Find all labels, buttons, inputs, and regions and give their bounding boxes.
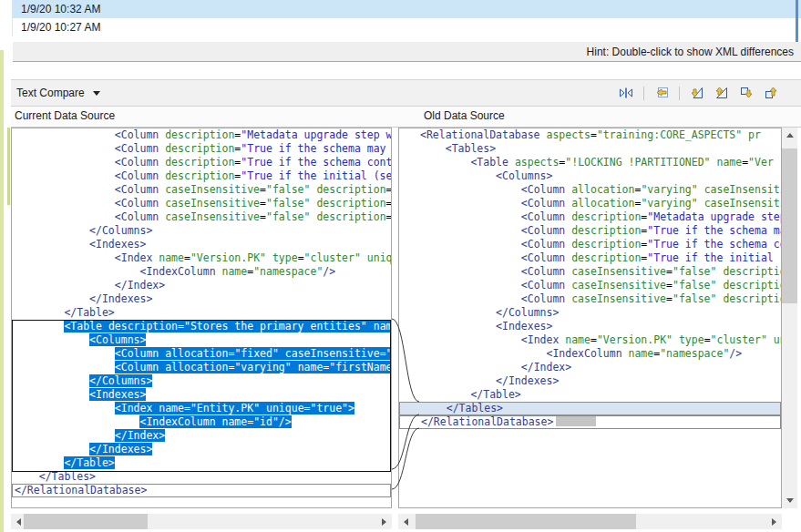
code-line: <Indexes>: [12, 238, 391, 251]
code-line: </Columns>: [12, 224, 391, 238]
toolbar-separator: [643, 87, 644, 100]
right-horizontal-scrollbar[interactable]: [398, 514, 782, 529]
code-line: <Indexes>: [399, 320, 781, 333]
next-change-icon: [739, 86, 754, 100]
code-line: <Index name="Version.PK" type="cluster" …: [12, 251, 391, 265]
code-line: </Index>: [399, 361, 781, 374]
hint-bar: Hint: Double-click to show XML differenc…: [13, 42, 801, 62]
arrow-right-icon: [772, 518, 776, 526]
code-line: <Indexes>: [12, 388, 391, 402]
code-line: </Columns>: [12, 374, 391, 388]
vertical-scrollbar[interactable]: [782, 128, 797, 508]
viewer-dropdown[interactable]: Text Compare: [11, 87, 109, 99]
code-line: </Indexes>: [12, 292, 391, 306]
previous-difference-icon: [714, 86, 729, 100]
code-line: <Column description="True if the schema …: [399, 238, 781, 251]
scroll-left-button[interactable]: [398, 514, 414, 529]
compare-toolbar: Text Compare: [11, 79, 801, 107]
code-line: <Column description="True if the schema …: [12, 142, 391, 156]
code-line: <Column description="True if the schema …: [12, 156, 391, 169]
code-line: <Column allocation="fixed" caseInsensiti…: [12, 347, 391, 361]
chevron-down-icon: [93, 91, 100, 96]
code-line: </Table>: [12, 306, 391, 320]
scroll-down-button[interactable]: [782, 493, 797, 508]
code-line: <Table description="Stores the primary e…: [12, 320, 391, 333]
code-line: </RelationalDatabase>: [399, 415, 781, 429]
code-line: </Tables>: [12, 470, 391, 484]
code-line: <Column caseInsensitive="false" descript…: [12, 210, 391, 224]
code-line: <IndexColumn name="namespace"/>: [399, 347, 781, 361]
code-line: </Indexes>: [12, 443, 391, 456]
toolbar-separator: [679, 87, 680, 100]
code-line: <Column caseInsensitive="false" descript…: [399, 265, 781, 279]
next-change-button[interactable]: [736, 83, 756, 103]
code-line: <Tables>: [399, 142, 781, 156]
code-line: <Column description="Metadata upgrade st…: [12, 128, 391, 142]
pane-headers: Current Data Source Old Data Source: [11, 107, 801, 128]
copy-change-right-to-left-button[interactable]: [652, 83, 672, 103]
history-row[interactable]: 1/9/20 10:32 AM: [13, 0, 801, 18]
code-line: </Index>: [12, 429, 391, 443]
copy-change-right-to-left-icon: [654, 86, 669, 100]
code-line: <Column description="True if the schema …: [399, 224, 781, 238]
code-line: <IndexColumn name="id"/>: [12, 415, 391, 429]
scroll-right-button[interactable]: [376, 514, 392, 529]
swap-left-and-right-button[interactable]: [616, 83, 636, 103]
code-line: <Column caseInsensitive="false" descript…: [399, 279, 781, 292]
code-line: <Column caseInsensitive="false" descript…: [399, 292, 781, 306]
left-horizontal-scrollbar[interactable]: [11, 514, 392, 529]
previous-change-button[interactable]: [761, 83, 781, 103]
arrow-left-icon: [404, 518, 408, 526]
scroll-right-button[interactable]: [766, 514, 782, 529]
left-pane-title: Current Data Source: [15, 109, 115, 122]
code-line: <Columns>: [399, 169, 781, 183]
code-line: <Column allocation="varying" caseInsensi…: [399, 197, 781, 210]
change-annotation-strip: [7, 128, 10, 205]
history-list: 1/9/20 10:32 AM1/9/20 10:27 AM: [12, 0, 801, 36]
code-line: </Table>: [12, 456, 391, 470]
code-line: <Column allocation="varying" name="first…: [12, 361, 391, 374]
viewer-dropdown-label: Text Compare: [16, 87, 85, 99]
scroll-up-button[interactable]: [782, 128, 797, 143]
code-line: </RelationalDatabase>: [12, 484, 391, 497]
toolbar-icons: [616, 83, 781, 103]
right-pane-title: Old Data Source: [424, 109, 505, 122]
code-line: <Column description="True if the initial…: [399, 251, 781, 265]
code-line: </Table>: [399, 388, 781, 402]
left-code-pane[interactable]: <Column description="Metadata upgrade st…: [11, 128, 392, 508]
previous-change-icon: [764, 86, 778, 100]
left-horizontal-scroll-thumb[interactable]: [24, 514, 148, 529]
arrow-down-icon: [786, 498, 794, 503]
code-line: </Tables>: [399, 402, 781, 415]
code-line: <Column description="Metadata upgrade st…: [399, 210, 781, 224]
code-line: <RelationalDatabase aspects="training:CO…: [399, 128, 781, 142]
code-line: <Table aspects="!LOCKING !PARTITIONED" n…: [399, 156, 781, 169]
code-line: <Column caseInsensitive="false" descript…: [12, 197, 391, 210]
empty-range-marker: [556, 416, 596, 426]
arrow-right-icon: [382, 518, 386, 526]
code-line: <Index name="Version.PK" type="cluster" …: [399, 333, 781, 347]
code-line: </Index>: [12, 279, 391, 292]
code-line: <Column description="True if the initial…: [12, 169, 391, 183]
code-line: <Column caseInsensitive="false" descript…: [12, 183, 391, 197]
code-line: <Index name="Entity.PK" unique="true">: [12, 402, 391, 415]
structure-pane-scroll-thumb[interactable]: [796, 0, 798, 42]
arrow-left-icon: [16, 518, 21, 526]
vertical-scroll-thumb[interactable]: [782, 148, 797, 303]
right-horizontal-scroll-thumb[interactable]: [416, 514, 636, 529]
code-line: </Indexes>: [399, 374, 781, 388]
swap-left-and-right-icon: [619, 86, 633, 100]
right-code-pane[interactable]: <RelationalDatabase aspects="training:CO…: [398, 128, 782, 508]
code-line: <IndexColumn name="namespace"/>: [12, 265, 391, 279]
history-row[interactable]: 1/9/20 10:27 AM: [13, 18, 801, 36]
code-line: <Columns>: [12, 333, 391, 347]
arrow-up-icon: [786, 133, 794, 138]
code-line: </Columns>: [399, 306, 781, 320]
annotation-strip: [0, 50, 4, 532]
hint-text: Hint: Double-click to show XML differenc…: [587, 46, 794, 58]
next-difference-button[interactable]: [687, 83, 707, 103]
previous-difference-button[interactable]: [712, 83, 732, 103]
next-difference-icon: [690, 86, 704, 100]
code-line: <Column allocation="varying" caseInsensi…: [399, 183, 781, 197]
